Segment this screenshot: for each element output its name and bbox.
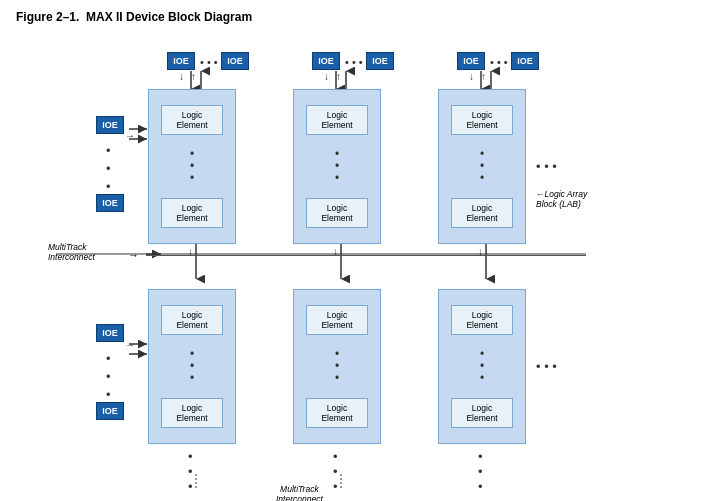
diagram-container: IOE • • • IOE IOE • • • IOE IOE • • • IO… — [16, 34, 706, 489]
le-row1-col2-top: LogicElement — [306, 105, 368, 135]
multitrack-label-row1: MultiTrackInterconnect — [48, 242, 128, 262]
lab-row2-col2: LogicElement ••• LogicElement — [293, 289, 381, 444]
ioe-left-row2-top: IOE — [96, 324, 124, 342]
dots-left-row1: ••• — [106, 142, 111, 197]
dots-lab-row2-col1: ••• — [190, 348, 194, 384]
arrow-ioe-top-col1-up: ↑ — [191, 71, 196, 82]
dots-bottom-col3: ••• — [478, 449, 483, 494]
dots-lab-row1-col3: ••• — [480, 148, 484, 184]
lab-label: ←Logic ArrayBlock (LAB) — [536, 189, 626, 209]
ioe-left-row2-bottom: IOE — [96, 402, 124, 420]
multitrack-line-row1 — [146, 255, 586, 256]
arrow-ioe-top-col3-down: ↓ — [469, 71, 474, 82]
ioe-left-row1-bottom: IOE — [96, 194, 124, 212]
le-row2-col1-top: LogicElement — [161, 305, 223, 335]
le-row1-col2-bottom: LogicElement — [306, 198, 368, 228]
ioe-top-col3-left: IOE — [457, 52, 485, 70]
ioe-left-row1-top: IOE — [96, 116, 124, 134]
ioe-top-col2-right: IOE — [366, 52, 394, 70]
le-row1-col3-bottom: LogicElement — [451, 198, 513, 228]
figure-title: Figure 2–1. MAX II Device Block Diagram — [16, 10, 707, 24]
dots-lab-row1-col2: ••• — [335, 148, 339, 184]
dots-top-col2: • • • — [345, 56, 363, 68]
dots-lab-row2-col3: ••• — [480, 348, 484, 384]
arrow-ioe-top-col1-down: ↓ — [179, 71, 184, 82]
figure-label: Figure 2–1. — [16, 10, 79, 24]
arrow-ioe-top-col3-up: ↑ — [481, 71, 486, 82]
dots-lab-row1-col1: ••• — [190, 148, 194, 184]
multitrack-label-bottom: MultiTrackInterconnect — [276, 484, 323, 501]
dots-lab-row2-col2: ••• — [335, 348, 339, 384]
multitrack-arrow: → — [128, 249, 139, 261]
dots-top-col3: • • • — [490, 56, 508, 68]
dots-left-row2: ••• — [106, 350, 111, 405]
figure-title-text: MAX II Device Block Diagram — [86, 10, 252, 24]
le-row2-col3-top: LogicElement — [451, 305, 513, 335]
lab-row2-col3: LogicElement ••• LogicElement — [438, 289, 526, 444]
dots-horiz-row1: • • • — [536, 159, 557, 174]
le-row2-col3-bottom: LogicElement — [451, 398, 513, 428]
le-row2-col2-bottom: LogicElement — [306, 398, 368, 428]
page: Figure 2–1. MAX II Device Block Diagram — [0, 0, 723, 501]
dots-bottom-col2: ••• — [333, 449, 338, 494]
lab-row1-col1: LogicElement ••• LogicElement — [148, 89, 236, 244]
ioe-top-col1-right: IOE — [221, 52, 249, 70]
arrow-ioe-top-col2-up: ↑ — [336, 71, 341, 82]
arrow-ioe-left-row1-right: → — [125, 130, 135, 141]
ioe-top-col3-right: IOE — [511, 52, 539, 70]
lab-row2-col1: LogicElement ••• LogicElement — [148, 289, 236, 444]
dots-bottom-col1: ••• — [188, 449, 193, 494]
dots-top-col1: • • • — [200, 56, 218, 68]
lab-row1-col2: LogicElement ••• LogicElement — [293, 89, 381, 244]
ioe-top-col1-left: IOE — [167, 52, 195, 70]
le-row2-col2-top: LogicElement — [306, 305, 368, 335]
arrow-ioe-top-col2-down: ↓ — [324, 71, 329, 82]
arrow-ioe-left-row2-right: → — [125, 339, 135, 350]
lab-row1-col3: LogicElement ••• LogicElement — [438, 89, 526, 244]
le-row1-col3-top: LogicElement — [451, 105, 513, 135]
ioe-top-col2-left: IOE — [312, 52, 340, 70]
le-row1-col1-top: LogicElement — [161, 105, 223, 135]
le-row2-col1-bottom: LogicElement — [161, 398, 223, 428]
le-row1-col1-bottom: LogicElement — [161, 198, 223, 228]
dots-horiz-row2: • • • — [536, 359, 557, 374]
